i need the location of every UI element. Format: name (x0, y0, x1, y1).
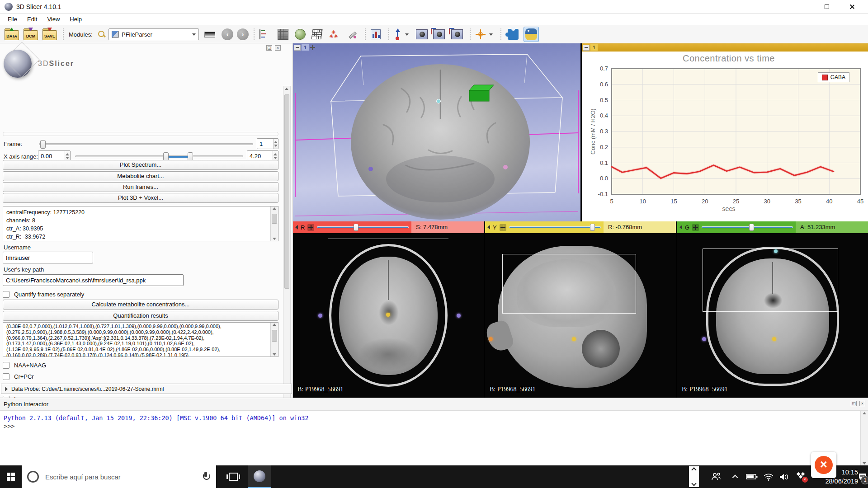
xaxis-min-spin-arrows[interactable] (65, 151, 70, 161)
header-info-textarea[interactable]: centralFrequency: 1277125220 channels: 8… (3, 206, 278, 241)
yellow-slice-view[interactable]: Y R: -0.768mm B: P19968_56691 (485, 221, 676, 398)
scene-view-button[interactable] (433, 25, 445, 43)
green-slice-view[interactable]: G A: 51.233mm B: P19968_56691 (677, 221, 868, 398)
red-slice-image[interactable]: B: P19968_56691 (293, 233, 484, 398)
red-slice-view[interactable]: R S: 7.478mm B: P19968_56691 (293, 221, 484, 398)
pin-icon[interactable] (310, 45, 315, 50)
frame-value-input[interactable] (257, 139, 273, 149)
xaxis-max-input[interactable] (247, 151, 273, 161)
collapse-view-icon[interactable] (679, 225, 682, 230)
quantification-results-button[interactable]: Quantification results (3, 311, 278, 321)
task-view-button[interactable] (222, 465, 244, 488)
markups-button[interactable]: ✳✳✳ (329, 25, 338, 43)
plot-3d-voxel-button[interactable]: Plot 3D + Voxel... (3, 193, 278, 203)
checkbox-box[interactable] (3, 362, 9, 369)
menu-file[interactable]: File (4, 14, 21, 24)
taskbar-slicer-app[interactable] (248, 465, 271, 488)
username-input[interactable] (3, 252, 93, 263)
close-button[interactable] (842, 0, 863, 14)
module-panel-scrollbar[interactable] (283, 86, 291, 426)
keypath-field[interactable] (3, 274, 184, 286)
transforms-button[interactable] (347, 25, 357, 43)
undock-panel-icon[interactable]: ◱ (851, 401, 857, 406)
tray-wifi-button[interactable] (761, 465, 776, 488)
green-slice-image[interactable]: B: P19968_56691 (677, 233, 868, 398)
yellow-slice-image[interactable]: B: P19968_56691 (485, 233, 676, 398)
load-data-button[interactable]: DATA (5, 25, 19, 43)
xaxis-min-input[interactable] (38, 151, 65, 161)
start-button[interactable] (0, 465, 22, 488)
minimize-button[interactable] (791, 0, 812, 14)
xaxis-max-spin-arrows[interactable] (273, 151, 278, 161)
metabolite-cr-checkbox[interactable]: Cr+PCr (3, 371, 46, 382)
quantify-frames-checkbox[interactable]: Quantify frames separately (3, 289, 84, 300)
frame-slider-handle[interactable] (40, 140, 46, 149)
view-options-icon[interactable] (692, 224, 699, 231)
results-scrollbar-thumb[interactable] (272, 330, 277, 342)
info-scrollbar-thumb[interactable] (272, 214, 277, 224)
xaxis-range-slider[interactable] (75, 155, 243, 157)
module-forward-button[interactable]: › (237, 25, 249, 43)
quantification-results-textarea[interactable]: (8.38E-02,0.7,0.000),(1.012,0.74,1.008),… (3, 322, 278, 357)
red-slice-slider[interactable] (317, 224, 409, 231)
calculate-concentrations-button[interactable]: Calculate metabolite concentrations... (3, 300, 278, 310)
info-scrollbar[interactable] (270, 206, 278, 241)
frame-slider[interactable] (39, 143, 253, 145)
crosshair-button[interactable] (476, 25, 486, 43)
notification-close-button[interactable]: × (811, 452, 836, 478)
python-console-scrollbar[interactable] (860, 411, 868, 466)
green-slice-slider[interactable] (702, 224, 793, 231)
menu-help[interactable]: Help (66, 14, 86, 24)
keypath-input[interactable] (3, 275, 183, 286)
frame-spin-arrows[interactable] (273, 139, 278, 149)
place-fiducial-button[interactable] (394, 25, 401, 43)
save-button[interactable]: SAVE (42, 25, 57, 43)
tray-hidden-icons-button[interactable] (729, 465, 742, 488)
fiducial-dropdown[interactable] (405, 25, 409, 43)
tray-people-button[interactable] (707, 465, 725, 488)
screenshot-button[interactable] (416, 25, 428, 43)
volume-rendering-button[interactable] (295, 25, 306, 43)
collapse-view-icon[interactable] (295, 225, 298, 230)
close-panel-icon[interactable]: × (275, 45, 281, 51)
close-panel-icon[interactable]: × (859, 401, 865, 406)
scroll-down-icon[interactable] (691, 481, 696, 486)
view-options-icon[interactable] (307, 224, 314, 231)
module-search-button[interactable] (98, 25, 106, 43)
menu-edit[interactable]: Edit (23, 14, 41, 24)
chart-view[interactable]: 1 Concentration vs time -0.10.00.10.20.3… (582, 43, 868, 221)
undock-panel-icon[interactable]: ◱ (266, 45, 272, 51)
load-dicom-button[interactable]: DCM (24, 25, 38, 43)
metabolite-naa-checkbox[interactable]: NAA+NAAG (3, 360, 46, 371)
module-panel-scrollbar-thumb[interactable] (284, 94, 289, 289)
green-slider-handle[interactable] (749, 224, 754, 231)
scroll-up-icon[interactable] (691, 467, 696, 472)
tray-sync-button[interactable]: × (793, 465, 810, 488)
module-history-button[interactable] (259, 25, 269, 43)
frame-spinbox[interactable] (257, 138, 278, 149)
collapse-view-icon[interactable] (583, 45, 590, 51)
metabolite-chart-button[interactable]: Metabolite chart... (3, 171, 278, 181)
quantify-checkbox-box[interactable] (3, 291, 9, 298)
tray-battery-button[interactable] (744, 465, 760, 488)
plot-spectrum-button[interactable]: Plot Spectrum... (3, 160, 278, 170)
checkbox-box[interactable] (3, 373, 9, 380)
taskbar-search[interactable]: Escribe aquí para buscar (22, 465, 216, 488)
menu-view[interactable]: View (43, 14, 64, 24)
tray-volume-button[interactable] (777, 465, 792, 488)
volumes-module-button[interactable] (278, 25, 288, 43)
microphone-icon[interactable] (203, 472, 209, 482)
threeD-view[interactable]: 1 (293, 43, 580, 221)
taskbar-scroll-buttons[interactable] (689, 466, 699, 487)
layout-button[interactable] (204, 25, 215, 43)
module-selector[interactable]: PFileParser (108, 25, 199, 43)
crosshair-dropdown[interactable] (489, 25, 493, 43)
module-back-button[interactable]: ‹ (222, 25, 233, 43)
restore-scene-view-button[interactable] (451, 25, 463, 43)
run-frames-button[interactable]: Run frames... (3, 182, 278, 192)
python-console-button[interactable] (524, 27, 539, 42)
view-options-icon[interactable] (500, 224, 506, 231)
yellow-slice-slider[interactable] (509, 224, 601, 231)
username-field[interactable] (3, 252, 93, 263)
collapse-view-icon[interactable] (487, 225, 490, 230)
